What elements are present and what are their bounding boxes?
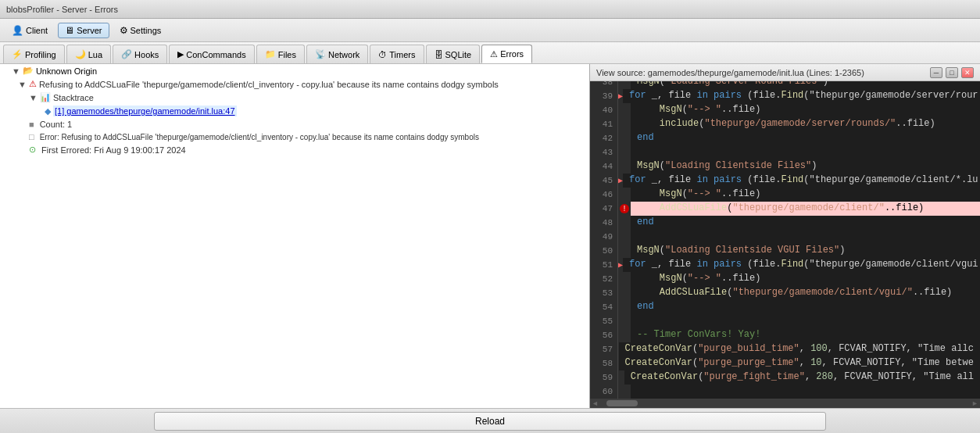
line-content: CreateConVar("purge_fight_time", 280, FC… [624, 370, 980, 385]
line-number: 56 [590, 328, 618, 342]
line-number: 50 [590, 244, 618, 258]
tab-network-label: Network [328, 50, 359, 59]
stack-icon: 📊 [40, 92, 51, 102]
code-line-60: 60 [590, 385, 980, 399]
tree-first-errored: ⊙ First Errored: Fri Aug 9 19:00:17 2024 [0, 143, 589, 156]
line-number: 38 [590, 81, 618, 89]
error-indicator [618, 216, 631, 230]
line-content: include("thepurge/gamemode/server/rounds… [631, 117, 980, 131]
first-errored-text: First Errored: Fri Aug 9 19:00:17 2024 [41, 145, 186, 155]
line-content [631, 230, 980, 244]
lua-icon: 🌙 [75, 49, 86, 59]
code-line-55: 55 [590, 314, 980, 328]
close-button[interactable]: ✕ [961, 67, 974, 78]
scrollbar-thumb[interactable] [606, 400, 638, 406]
code-line-46: 46 MsgN("--> "..file) [590, 188, 980, 202]
window-title-bar: blobsProfiler - Server - Errors [0, 0, 980, 19]
window-title: blobsProfiler - Server - Errors [6, 5, 118, 14]
error-indicator [618, 159, 631, 174]
line-content: for _, file in pairs (file.Find("thepurg… [623, 174, 980, 188]
tab-network[interactable]: 📡 Network [306, 45, 368, 63]
minimize-button[interactable]: ─ [930, 67, 942, 78]
error-indicator [618, 117, 631, 131]
tab-concommands-label: ConCommands [186, 50, 245, 59]
line-number: 41 [590, 117, 618, 131]
client-label: Client [26, 26, 48, 35]
error-indicator [618, 272, 631, 286]
hooks-icon: 🔗 [121, 49, 132, 59]
code-line-54: 54end [590, 300, 980, 314]
error-indicator [618, 370, 624, 385]
line-number: 40 [590, 103, 618, 117]
line-content: MsgN("Loading Clientside VGUI Files") [631, 244, 980, 258]
tree-error-item[interactable]: ▼ ⚠ Refusing to AddCSLuaFile 'thepurge/g… [0, 77, 589, 91]
tab-timers-label: Timers [389, 50, 415, 59]
settings-button[interactable]: ⚙ Settings [113, 23, 169, 38]
line-content: for _, file in pairs (file.Find("thepurg… [623, 258, 980, 272]
tree-file-link[interactable]: ◆ [1] gamemodes/thepurge/gamemode/init.l… [0, 104, 589, 118]
line-number: 51 [590, 258, 618, 272]
line-number: 55 [590, 314, 618, 328]
tab-errors-label: Errors [500, 49, 524, 59]
error-detail-icon: □ [29, 132, 34, 141]
reload-button[interactable]: Reload [154, 412, 826, 431]
line-number: 54 [590, 300, 618, 314]
error-indicator [618, 131, 631, 145]
line-number: 53 [590, 286, 618, 300]
clock-icon: ⊙ [29, 145, 36, 155]
errors-icon: ⚠ [490, 49, 498, 59]
line-content: CreateConVar("purge_build_time", 100, FC… [619, 342, 981, 356]
tab-hooks[interactable]: 🔗 Hooks [113, 45, 167, 63]
line-content: AddCSLuaFile("thepurge/gamemode/client/v… [631, 286, 980, 300]
error-tree-panel: ▼ 📂 Unknown Origin ▼ ⚠ Refusing to AddCS… [0, 64, 590, 408]
code-line-43: 43 [590, 145, 980, 159]
network-icon: 📡 [315, 49, 326, 59]
tab-profiling[interactable]: ⚡ Profiling [3, 45, 65, 63]
code-line-49: 49 [590, 230, 980, 244]
error-label: Refusing to AddCSLuaFile 'thepurge/gamem… [39, 80, 499, 89]
code-area[interactable]: 32MsgN("Loading Shared Round Files")33▶f… [590, 81, 980, 399]
tab-timers[interactable]: ⏱ Timers [370, 45, 424, 63]
code-line-59: 59CreateConVar("purge_fight_time", 280, … [590, 370, 980, 385]
error-indicator [618, 103, 631, 117]
error-indicator [618, 145, 631, 159]
line-content: -- Timer ConVars! Yay! [631, 328, 980, 342]
error-indicator [618, 286, 631, 300]
line-number: 45 [590, 174, 618, 188]
tab-lua[interactable]: 🌙 Lua [66, 45, 111, 63]
line-number: 44 [590, 159, 618, 174]
code-line-50: 50MsgN("Loading Clientside VGUI Files") [590, 244, 980, 258]
maximize-button[interactable]: □ [946, 67, 958, 78]
profiling-icon: ⚡ [12, 49, 23, 59]
tree-count: ■ Count: 1 [0, 118, 589, 131]
line-content: for _, file in pairs (file.Find("thepurg… [623, 89, 980, 103]
source-title-bar: View source: gamemodes/thepurge/gamemode… [590, 64, 980, 81]
tab-sqlite-label: SQLite [445, 50, 472, 59]
error-detail-text: Error: Refusing to AddCSLuaFile 'thepurg… [40, 133, 479, 141]
error-indicator [618, 314, 631, 328]
expand-icon: ▼ [12, 66, 20, 76]
error-indicator [618, 385, 631, 399]
error-indicator [618, 300, 631, 314]
tab-concommands[interactable]: ▶ ConCommands [169, 45, 254, 63]
tree-stacktrace[interactable]: ▼ 📊 Stacktrace [0, 91, 589, 104]
gear-icon: ⚙ [120, 25, 128, 36]
file-link[interactable]: [1] gamemodes/thepurge/gamemode/init.lua… [53, 106, 237, 116]
server-button[interactable]: 🖥 Server [58, 23, 109, 38]
tab-sqlite[interactable]: 🗄 SQLite [426, 45, 481, 63]
files-icon: 📁 [265, 49, 276, 59]
tab-files[interactable]: 📁 Files [256, 45, 305, 63]
client-button[interactable]: 👤 Client [5, 23, 55, 38]
code-line-58: 58CreateConVar("purge_purge_time", 10, F… [590, 356, 980, 370]
code-line-47: 47! AddCSLuaFile("thepurge/gamemode/clie… [590, 202, 980, 216]
error-item-icon: ⚠ [29, 79, 37, 89]
tree-root[interactable]: ▼ 📂 Unknown Origin [0, 64, 589, 77]
tab-profiling-label: Profiling [25, 50, 56, 59]
code-line-42: 42end [590, 131, 980, 145]
horizontal-scrollbar[interactable]: ◄ ► [590, 399, 980, 408]
line-number: 49 [590, 230, 618, 244]
tab-errors[interactable]: ⚠ Errors [481, 45, 532, 63]
code-line-53: 53 AddCSLuaFile("thepurge/gamemode/clien… [590, 286, 980, 300]
line-number: 60 [590, 385, 618, 399]
concommands-icon: ▶ [177, 49, 184, 59]
